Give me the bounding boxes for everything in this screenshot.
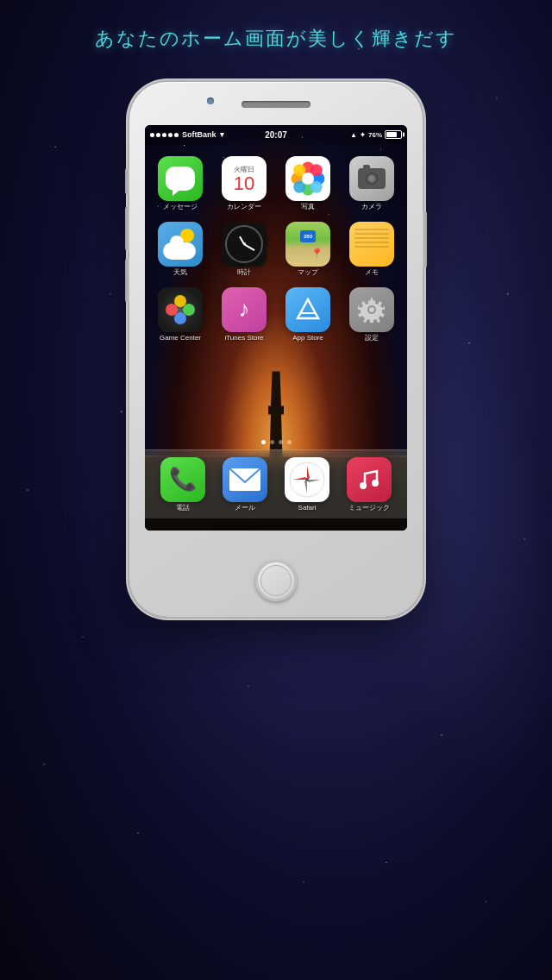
app-clock[interactable]: 時計 [212, 217, 276, 282]
note-line-2 [354, 233, 389, 235]
home-button[interactable] [255, 560, 297, 601]
weather-label: 天気 [173, 269, 187, 277]
time-display: 20:07 [265, 130, 287, 140]
power-button[interactable] [423, 211, 427, 267]
page-dot-1 [261, 440, 266, 444]
photos-icon[interactable] [285, 156, 330, 201]
camera-icon[interactable] [349, 156, 394, 201]
calendar-label: カレンダー [227, 204, 261, 211]
messages-icon-inner [158, 156, 203, 201]
notes-label: メモ [365, 269, 379, 277]
phone-screen[interactable]: SoftBank ▾ 20:07 ▲ ✦ 76% [145, 125, 407, 531]
phone-body: SoftBank ▾ 20:07 ▲ ✦ 76% [129, 82, 423, 617]
map-pin: 📍 [310, 248, 323, 260]
signal-dot-5 [174, 133, 179, 137]
minute-hand [244, 243, 255, 250]
svg-point-13 [174, 312, 186, 324]
appstore-label: App Store [292, 335, 323, 342]
svg-point-16 [369, 307, 374, 312]
svg-point-14 [177, 306, 184, 313]
mail-icon[interactable] [223, 457, 267, 502]
music-note: ♪ [239, 296, 250, 323]
dock-safari[interactable]: Safari [285, 457, 329, 512]
settings-label: 設定 [365, 335, 379, 342]
app-calendar[interactable]: 火曜日 10 カレンダー [212, 151, 276, 217]
maps-label: マップ [298, 269, 318, 277]
appstore-a-icon [294, 296, 322, 324]
page-dot-2 [270, 440, 274, 444]
phone-icon-inner: 📞 [160, 457, 205, 502]
appstore-icon[interactable] [285, 287, 330, 332]
svg-point-10 [166, 304, 178, 316]
page-title: あなたのホーム画面が美しく輝きだす [0, 26, 552, 52]
app-appstore[interactable]: App Store [276, 282, 340, 348]
clock-center [243, 242, 246, 245]
clock-label: 時計 [237, 269, 251, 277]
gamecenter-label: Game Center [160, 335, 201, 342]
battery-fill [386, 132, 397, 137]
app-maps[interactable]: 280 📍 マップ [276, 217, 340, 282]
page-dots [145, 440, 407, 444]
dock-phone[interactable]: 📞 電話 [160, 457, 205, 512]
cloud [163, 242, 196, 260]
note-line-5 [354, 246, 389, 248]
svg-point-24 [305, 478, 309, 481]
calendar-icon[interactable]: 火曜日 10 [222, 156, 267, 201]
app-grid: メッセージ 火曜日 10 カレンダー [145, 144, 407, 354]
highway-badge: 280 [300, 230, 316, 242]
app-itunes[interactable]: ♪ iTunes Store [212, 282, 276, 348]
app-settings[interactable]: 設定 [340, 282, 404, 348]
maps-icon[interactable]: 280 📍 [285, 222, 330, 267]
app-photos[interactable]: 写真 [276, 151, 340, 217]
appstore-icon-inner [285, 287, 330, 332]
app-messages[interactable]: メッセージ [148, 151, 212, 217]
clock-icon[interactable] [222, 222, 267, 267]
music-icon-inner [347, 457, 392, 502]
phone-device: SoftBank ▾ 20:07 ▲ ✦ 76% [129, 82, 423, 617]
front-camera [207, 97, 214, 104]
note-line-3 [354, 237, 389, 239]
signal-dot-3 [162, 133, 166, 137]
dock-music[interactable]: ミュージック [347, 457, 392, 512]
signal-dots [150, 133, 179, 137]
messages-icon[interactable] [158, 156, 203, 201]
bluetooth-icon: ✦ [360, 131, 366, 139]
note-line-4 [354, 242, 389, 243]
notes-icon-inner [349, 222, 394, 267]
page-dot-4 [287, 440, 292, 444]
compass-icon [288, 461, 326, 499]
battery-indicator [385, 130, 402, 139]
music-icon[interactable] [347, 457, 392, 502]
home-button-inner [260, 565, 292, 596]
music-label: ミュージック [348, 505, 390, 512]
svg-point-25 [360, 482, 367, 489]
itunes-icon[interactable]: ♪ [222, 287, 267, 332]
app-gamecenter[interactable]: Game Center [148, 282, 212, 348]
messages-label: メッセージ [163, 204, 198, 211]
phone-icon[interactable]: 📞 [160, 457, 205, 502]
dock-mail[interactable]: メール [223, 457, 267, 512]
mail-icon-inner [223, 457, 267, 502]
app-notes[interactable]: メモ [340, 217, 404, 282]
weather-icon[interactable] [158, 222, 203, 267]
mute-button[interactable] [125, 168, 129, 194]
safari-icon[interactable] [285, 457, 329, 502]
settings-icon[interactable] [349, 287, 394, 332]
title-text: あなたのホーム画面が美しく輝きだす [95, 28, 457, 49]
volume-up-button[interactable] [125, 207, 129, 250]
clock-face [225, 225, 263, 263]
app-camera[interactable]: カメラ [340, 151, 404, 217]
signal-dot-4 [168, 133, 172, 137]
safari-label: Safari [298, 505, 317, 512]
envelope-icon [229, 468, 260, 491]
notes-icon[interactable] [349, 222, 394, 267]
location-icon: ▲ [350, 131, 357, 139]
carrier-label: SoftBank [182, 130, 216, 139]
app-weather[interactable]: 天気 [148, 217, 212, 282]
tower-silhouette [263, 371, 289, 457]
gear-icon [356, 294, 387, 325]
photos-label: 写真 [301, 204, 315, 211]
gamecenter-icon[interactable] [158, 287, 203, 332]
chat-bubble [166, 166, 195, 191]
volume-down-button[interactable] [125, 259, 129, 302]
